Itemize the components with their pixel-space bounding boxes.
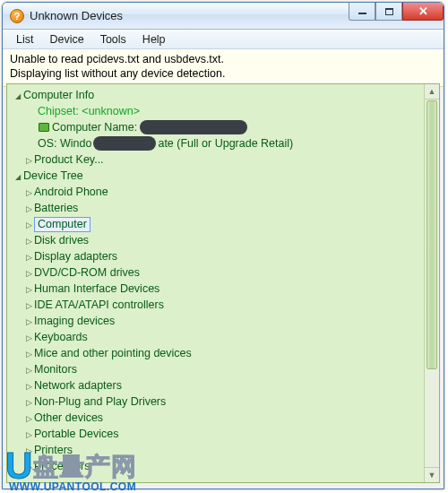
expand-icon[interactable] <box>23 187 34 197</box>
window-title: Unknown Devices <box>30 9 123 22</box>
tree-item-label: Mice and other pointing devices <box>34 347 192 359</box>
tree-item[interactable]: Human Interface Devices <box>7 281 439 297</box>
menu-device[interactable]: Device <box>41 31 91 48</box>
tree-item-label: Keyboards <box>34 331 88 343</box>
tree-item[interactable]: DVD/CD-ROM drives <box>7 264 439 281</box>
expand-icon[interactable] <box>23 413 34 423</box>
tree-item[interactable]: Processors <box>7 458 439 474</box>
expand-icon[interactable] <box>23 284 34 294</box>
tree-item-label: DVD/CD-ROM drives <box>34 266 140 279</box>
expand-icon[interactable] <box>23 462 34 471</box>
expand-icon[interactable] <box>23 155 34 165</box>
scroll-down-button[interactable]: ▼ <box>425 467 439 482</box>
minimize-button[interactable] <box>349 3 375 21</box>
warning-line-2: Displaying list without any device detec… <box>10 66 436 81</box>
tree-item-label: Human Interface Devices <box>34 282 159 295</box>
tree-panel: Computer Info Chipset: <unknown> Compute… <box>6 83 440 483</box>
node-device-tree[interactable]: Device Tree <box>7 168 439 184</box>
tree-item[interactable]: Disk drives <box>7 232 439 248</box>
menu-list[interactable]: List <box>8 31 41 48</box>
expand-icon[interactable] <box>23 381 34 391</box>
tree-item-label: Non-Plug and Play Drivers <box>34 395 166 408</box>
tree-item[interactable]: Portable Devices <box>7 426 439 442</box>
tree-item-label: Imaging devices <box>34 315 115 327</box>
expand-icon[interactable] <box>23 300 34 310</box>
tree-item[interactable]: IDE ATA/ATAPI controllers <box>7 297 439 313</box>
expand-icon[interactable] <box>23 429 34 439</box>
tree-item-label: Other devices <box>34 411 103 424</box>
node-computer-info[interactable]: Computer Info <box>7 87 439 103</box>
tree-item-label: Processors <box>34 460 90 472</box>
tree-item-label: Printers <box>34 444 73 456</box>
app-window: ? Unknown Devices ✕ List Device Tools He… <box>2 2 444 489</box>
expand-icon[interactable] <box>23 203 34 213</box>
app-icon: ? <box>10 9 24 23</box>
expand-icon[interactable] <box>23 220 34 229</box>
vertical-scrollbar[interactable]: ▲ ▼ <box>424 84 439 482</box>
redacted-text <box>93 136 156 151</box>
tree-item-label: Android Phone <box>34 186 108 198</box>
scroll-thumb[interactable] <box>426 100 437 369</box>
expand-icon[interactable] <box>23 445 34 455</box>
tree-item[interactable]: Display adapters <box>7 248 439 264</box>
scroll-up-button[interactable]: ▲ <box>425 84 439 99</box>
menu-bar: List Device Tools Help <box>3 30 444 49</box>
tree-item-label: Display adapters <box>34 250 117 263</box>
tree-item-label: Monitors <box>34 363 77 376</box>
tree-item[interactable]: Mice and other pointing devices <box>7 345 439 361</box>
tree-item[interactable]: Computer <box>7 216 439 232</box>
close-icon: ✕ <box>418 4 428 18</box>
node-computer-name[interactable]: Computer Name: <box>7 119 439 135</box>
expand-icon[interactable] <box>23 236 34 246</box>
expand-icon[interactable] <box>23 333 34 342</box>
tree-item[interactable]: Android Phone <box>7 184 439 200</box>
monitor-icon <box>38 121 50 134</box>
maximize-button[interactable] <box>375 3 402 21</box>
minimize-icon <box>358 13 366 14</box>
watermark-url: WWW.UPANTOOL.COM <box>9 480 136 493</box>
window-controls: ✕ <box>349 3 444 21</box>
expand-icon[interactable] <box>23 397 34 407</box>
menu-tools[interactable]: Tools <box>92 31 134 48</box>
expand-icon[interactable] <box>23 349 34 359</box>
tree-item[interactable]: Batteries <box>7 200 439 216</box>
expand-icon[interactable] <box>23 268 34 278</box>
node-os[interactable]: OS: Windo ate (Full or Upgrade Retail) <box>7 135 439 151</box>
tree-view[interactable]: Computer Info Chipset: <unknown> Compute… <box>7 84 439 482</box>
warning-banner: Unable to read pcidevs.txt and usbdevs.t… <box>3 49 444 87</box>
tree-item-label: Network adapters <box>34 379 122 392</box>
expand-icon[interactable] <box>13 91 23 100</box>
tree-item[interactable]: Keyboards <box>7 329 439 345</box>
tree-item[interactable]: Non-Plug and Play Drivers <box>7 394 439 410</box>
redacted-text <box>140 120 247 134</box>
tree-item[interactable]: Other devices <box>7 410 439 426</box>
tree-item-label: Disk drives <box>34 234 89 246</box>
close-button[interactable]: ✕ <box>402 3 444 21</box>
tree-item[interactable]: Network adapters <box>7 377 439 394</box>
menu-help[interactable]: Help <box>134 31 174 48</box>
expand-icon[interactable] <box>23 252 34 262</box>
tree-item-label: Portable Devices <box>34 428 119 440</box>
tree-item-label: IDE ATA/ATAPI controllers <box>34 298 164 311</box>
node-product-key[interactable]: Product Key... <box>7 151 439 168</box>
tree-item[interactable]: Monitors <box>7 361 439 377</box>
node-chipset[interactable]: Chipset: <unknown> <box>7 103 439 119</box>
warning-line-1: Unable to read pcidevs.txt and usbdevs.t… <box>10 52 436 66</box>
maximize-icon <box>385 8 393 15</box>
tree-item[interactable]: Imaging devices <box>7 313 439 329</box>
expand-icon[interactable] <box>23 365 34 375</box>
tree-item-label: Batteries <box>34 202 78 214</box>
title-bar[interactable]: ? Unknown Devices ✕ <box>3 3 444 30</box>
expand-icon[interactable] <box>13 171 23 181</box>
tree-item-label: Computer <box>34 217 90 232</box>
tree-item[interactable]: Printers <box>7 442 439 458</box>
expand-icon[interactable] <box>23 316 34 326</box>
